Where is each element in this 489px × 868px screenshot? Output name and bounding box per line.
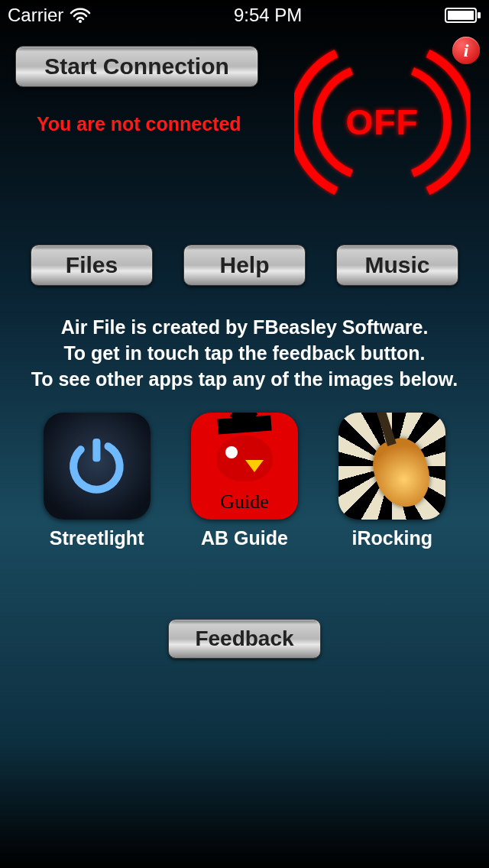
description-text: Air File is created by FBeasley Software… [0,315,489,392]
status-right [445,8,481,23]
desc-line-3: To see other apps tap any of the images … [8,367,481,393]
app-irocking-label: iRocking [352,527,433,549]
desc-line-1: Air File is created by FBeasley Software… [8,315,481,341]
carrier-label: Carrier [8,5,63,26]
app-streetlight-label: Streetlight [50,527,144,549]
start-connection-button[interactable]: Start Connection [15,46,258,87]
power-state-label: OFF [346,102,419,143]
app-abguide-label: AB Guide [201,527,288,549]
desc-line-2: To get in touch tap the feedback button. [8,341,481,367]
app-streetlight[interactable]: Streetlight [32,413,162,549]
abguide-icon: Guide [191,413,298,520]
guitar-icon [366,432,438,513]
angry-bird-icon [216,436,273,481]
info-button[interactable]: i [452,37,480,64]
svg-point-0 [79,20,82,23]
music-button[interactable]: Music [336,245,458,286]
nav-row: Files Help Music [0,245,489,286]
files-button[interactable]: Files [31,245,153,286]
power-indicator[interactable]: OFF [290,38,474,206]
apps-row: Streetlight Guide AB Guide iRocking [0,413,489,549]
irocking-icon [338,413,445,520]
status-bar: Carrier 9:54 PM [0,0,489,31]
clock: 9:54 PM [234,5,302,26]
svg-rect-2 [448,11,474,20]
wifi-icon [70,7,91,24]
status-left: Carrier [8,5,91,26]
app-abguide[interactable]: Guide AB Guide [180,413,309,549]
graduation-cap-icon [217,416,271,435]
svg-rect-3 [478,12,481,18]
abguide-icon-text: Guide [220,491,269,513]
feedback-button[interactable]: Feedback [168,619,321,659]
app-irocking[interactable]: iRocking [327,413,457,549]
connection-status-text: You are not connected [37,113,241,135]
help-button[interactable]: Help [183,245,306,286]
streetlight-icon [44,413,151,520]
battery-icon [445,8,481,23]
svg-rect-5 [93,439,101,462]
